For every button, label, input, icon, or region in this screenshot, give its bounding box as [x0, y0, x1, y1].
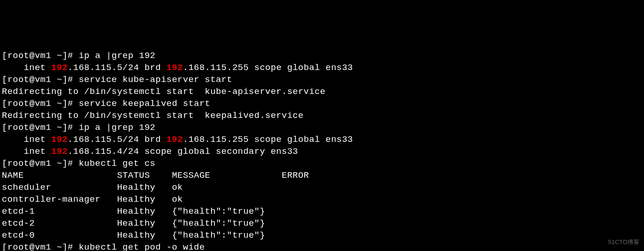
text: .168.115.5/24 brd [68, 134, 166, 145]
terminal-line: inet 192.168.115.4/24 scope global secon… [2, 146, 642, 158]
text: [root@vm1 ~]# ip a |grep 192 [2, 123, 155, 133]
text: inet [2, 63, 51, 73]
text: [root@vm1 ~]# kubectl get pod -o wide [2, 242, 205, 251]
watermark: 51CTO博客 [608, 236, 639, 248]
text: .168.115.255 scope global ens33 [183, 134, 353, 145]
text: [root@vm1 ~]# kubectl get cs [2, 158, 155, 169]
text: [root@vm1 ~]# ip a |grep 192 [2, 51, 155, 61]
terminal-line: [root@vm1 ~]# service keepalived start [2, 98, 642, 110]
highlight-text: 192 [166, 63, 183, 73]
highlight-text: 192 [51, 146, 68, 157]
text: Redirecting to /bin/systemctl start kube… [2, 87, 325, 97]
text: inet [2, 146, 51, 157]
terminal-line: inet 192.168.115.5/24 brd 192.168.115.25… [2, 62, 642, 74]
text: [root@vm1 ~]# service keepalived start [2, 99, 210, 109]
highlight-text: 192 [51, 134, 68, 145]
terminal-output[interactable]: [root@vm1 ~]# ip a |grep 192 inet 192.16… [2, 50, 642, 251]
terminal-line: etcd-0 Healthy {"health":"true"} [2, 229, 642, 241]
text: .168.115.255 scope global ens33 [183, 63, 353, 73]
text: Redirecting to /bin/systemctl start keep… [2, 111, 304, 121]
terminal-line: Redirecting to /bin/systemctl start keep… [2, 110, 642, 122]
terminal-line: etcd-1 Healthy {"health":"true"} [2, 205, 642, 217]
terminal-line: inet 192.168.115.5/24 brd 192.168.115.25… [2, 134, 642, 146]
text: .168.115.5/24 brd [68, 63, 166, 73]
terminal-line: etcd-2 Healthy {"health":"true"} [2, 217, 642, 229]
terminal-line: NAME STATUS MESSAGE ERROR [2, 169, 642, 181]
terminal-line: Redirecting to /bin/systemctl start kube… [2, 86, 642, 98]
text: etcd-1 Healthy {"health":"true"} [2, 206, 265, 216]
text: .168.115.4/24 scope global secondary ens… [68, 146, 298, 157]
text: inet [2, 134, 51, 145]
text: NAME STATUS MESSAGE ERROR [2, 170, 309, 181]
terminal-line: controller-manager Healthy ok [2, 193, 642, 205]
terminal-line: [root@vm1 ~]# kubectl get cs [2, 158, 642, 169]
highlight-text: 192 [166, 134, 183, 145]
terminal-line: [root@vm1 ~]# service kube-apiserver sta… [2, 74, 642, 86]
highlight-text: 192 [51, 63, 68, 73]
terminal-line: [root@vm1 ~]# ip a |grep 192 [2, 122, 642, 134]
text: scheduler Healthy ok [2, 182, 183, 193]
text: [root@vm1 ~]# service kube-apiserver sta… [2, 75, 232, 85]
terminal-line: scheduler Healthy ok [2, 181, 642, 193]
terminal-line: [root@vm1 ~]# kubectl get pod -o wide [2, 241, 642, 251]
text: etcd-0 Healthy {"health":"true"} [2, 230, 265, 240]
text: controller-manager Healthy ok [2, 194, 183, 204]
terminal-line: [root@vm1 ~]# ip a |grep 192 [2, 50, 642, 62]
text: etcd-2 Healthy {"health":"true"} [2, 218, 265, 228]
